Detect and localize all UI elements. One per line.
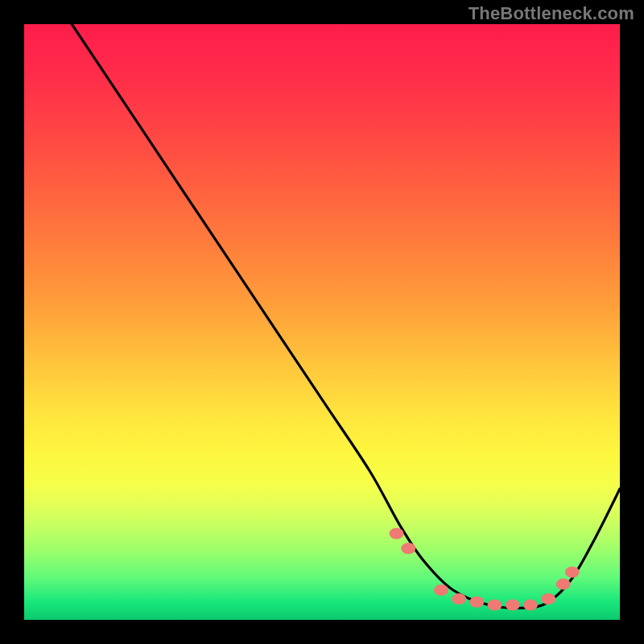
plot-area: [24, 24, 620, 620]
chart-frame: TheBottleneck.com: [0, 0, 644, 644]
watermark-text: TheBottleneck.com: [469, 3, 634, 24]
